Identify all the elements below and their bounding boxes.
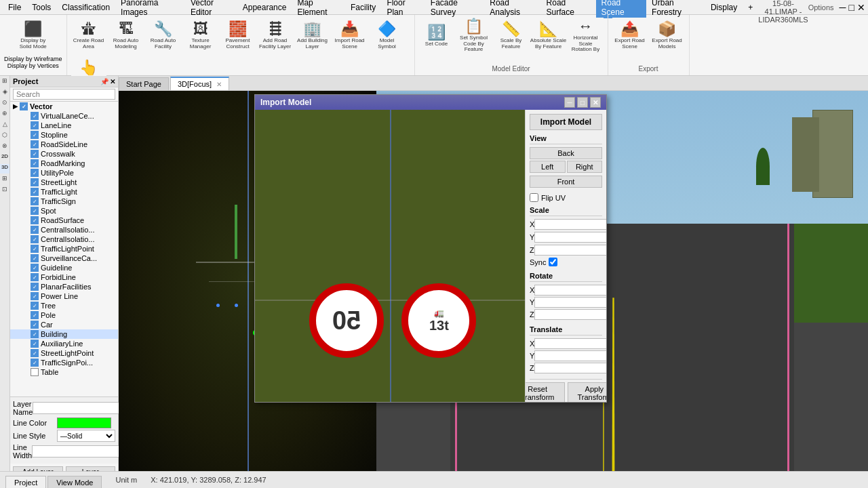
flip-uv-checkbox[interactable] — [530, 193, 538, 202]
display-solid-btn[interactable]: ⬛ Display bySolid Mode — [16, 18, 51, 54]
tree-item-guideline[interactable]: ✓Guideline — [10, 263, 118, 272]
menu-tools[interactable]: Tools — [26, 1, 56, 14]
tree-item-traffic-sign[interactable]: ✓TrafficSign — [10, 197, 118, 206]
item-checkbox[interactable]: ✓ — [31, 330, 39, 338]
view-left-btn[interactable]: Left — [530, 161, 566, 173]
item-checkbox[interactable]: ✓ — [31, 207, 39, 215]
menu-display[interactable]: Display — [705, 1, 743, 14]
tree-item-building[interactable]: ✓Building — [10, 329, 118, 339]
item-checkbox[interactable]: ✓ — [31, 178, 39, 186]
item-checkbox[interactable]: ✓ — [31, 197, 39, 205]
item-checkbox[interactable]: ✓ — [31, 245, 39, 253]
sidebar-icon-1[interactable]: ⊞ — [0, 77, 9, 87]
sidebar-icon-9[interactable]: ⊡ — [0, 186, 9, 195]
scale-z-input[interactable]: 1.000 — [534, 245, 606, 256]
item-checkbox[interactable]: ✓ — [31, 311, 39, 319]
reset-transform-btn[interactable]: Reset Transform — [525, 382, 565, 402]
sidebar-icon-6[interactable]: ⬡ — [0, 131, 9, 141]
tree-item-power-line[interactable]: ✓Power Line — [10, 291, 118, 301]
add-building-layer-btn[interactable]: 🏢 Add BuildingLayer — [295, 18, 330, 54]
tree-item-pole[interactable]: ✓Pole — [10, 310, 118, 320]
options-btn[interactable]: Options — [808, 3, 834, 12]
tree-item-car[interactable]: ✓Car — [10, 320, 118, 329]
item-checkbox[interactable]: ✓ — [31, 121, 39, 129]
tree-item-planar-facilities[interactable]: ✓PlanarFacilities — [10, 282, 118, 291]
translate-z-input[interactable]: 0.0000 — [534, 363, 606, 373]
sidebar-icon-8[interactable]: ⊞ — [0, 175, 9, 184]
item-checkbox[interactable] — [31, 368, 39, 376]
dialog-close-btn[interactable]: ✕ — [590, 97, 601, 108]
item-checkbox[interactable]: ✓ — [31, 283, 39, 291]
line-color-swatch[interactable] — [57, 418, 111, 428]
texture-manager-btn[interactable]: 🖼 TextureManager — [183, 18, 218, 54]
sidebar-icon-2d[interactable]: 2D — [0, 153, 9, 163]
horiz-scale-btn[interactable]: ↔ HorizontalScaleRotation By — [568, 18, 604, 54]
set-symbol-btn[interactable]: 📋 Set SymbolCode ByFeature — [456, 18, 492, 54]
rotate-z-input[interactable]: 0.0000 — [534, 309, 606, 320]
tree-item-forbid-line[interactable]: ✓ForbidLine — [10, 272, 118, 282]
panel-close-btn[interactable]: ✕ — [110, 78, 115, 85]
add-road-facility-btn[interactable]: 🛤 Add RoadFacility Layer — [258, 18, 293, 54]
menu-facility[interactable]: Facility — [345, 1, 381, 14]
apply-transform-btn[interactable]: Apply Transform — [568, 382, 607, 402]
display-vertices-btn[interactable]: Display by Vertices — [7, 62, 59, 69]
sidebar-icon-7[interactable]: ⊗ — [0, 142, 9, 152]
vector-checkbox[interactable]: ✓ — [20, 102, 28, 110]
item-checkbox[interactable]: ✓ — [31, 292, 39, 300]
tree-item-central-isolation2[interactable]: ✓CentralIsolatio... — [10, 235, 118, 244]
item-checkbox[interactable]: ✓ — [31, 359, 39, 367]
sidebar-icon-3[interactable]: ⊙ — [0, 99, 9, 108]
item-checkbox[interactable]: ✓ — [31, 349, 39, 357]
menu-appearance[interactable]: Appearance — [237, 1, 292, 14]
absolute-scale-btn[interactable]: 📐 Absolute ScaleBy Feature — [531, 18, 566, 54]
item-checkbox[interactable]: ✓ — [31, 302, 39, 310]
tree-item-lane-line[interactable]: ✓LaneLine — [10, 121, 118, 130]
set-code-btn[interactable]: 🔢 Set Code — [419, 18, 454, 54]
tree-item-auxiliary-line[interactable]: ✓AuxiliaryLine — [10, 339, 118, 348]
item-checkbox[interactable]: ✓ — [31, 159, 39, 167]
item-checkbox[interactable]: ✓ — [31, 169, 39, 177]
item-checkbox[interactable]: ✓ — [31, 273, 39, 281]
tree-item-road-marking[interactable]: ✓RoadMarking — [10, 159, 118, 168]
tree-item-crosswalk[interactable]: ✓Crosswalk — [10, 149, 118, 159]
view-back-btn[interactable]: Back — [530, 147, 602, 159]
item-checkbox[interactable]: ✓ — [31, 131, 39, 139]
translate-x-input[interactable]: 0.0000 — [534, 338, 606, 349]
item-checkbox[interactable]: ✓ — [31, 140, 39, 148]
sidebar-icon-2[interactable]: ◈ — [0, 88, 9, 98]
dialog-minimize-btn[interactable]: ─ — [564, 97, 575, 108]
item-checkbox[interactable]: ✓ — [31, 188, 39, 196]
create-road-area-btn[interactable]: 🛣 Create RoadArea — [71, 18, 106, 54]
line-style-select[interactable]: —Solid -- Dashed .. Dotted — [57, 430, 115, 442]
item-checkbox[interactable]: ✓ — [31, 321, 39, 329]
tree-item-traffic-sign-poi[interactable]: ✓TrafficSignPoi... — [10, 358, 118, 367]
menu-file[interactable]: File — [3, 1, 26, 14]
display-wireframe-btn[interactable]: Display by Wireframe — [4, 56, 62, 62]
menu-more[interactable]: + — [743, 1, 758, 14]
tree-item-street-light-point[interactable]: ✓StreetLightPoint — [10, 348, 118, 358]
project-tab[interactable]: Project — [5, 476, 46, 489]
layer-search-input[interactable] — [13, 89, 115, 100]
tree-item-surveillance-ca[interactable]: ✓SurveillanceCa... — [10, 253, 118, 263]
translate-y-input[interactable]: 0.0000 — [534, 350, 606, 361]
tree-item-utility-pole[interactable]: ✓UtilityPole — [10, 168, 118, 178]
item-checkbox[interactable]: ✓ — [31, 112, 39, 120]
import-road-scene-btn[interactable]: 📥 Import RoadScene — [332, 18, 368, 54]
close-btn[interactable]: ✕ — [857, 2, 865, 13]
sync-checkbox[interactable] — [549, 258, 557, 266]
tree-item-table[interactable]: Table — [10, 367, 118, 377]
item-checkbox[interactable]: ✓ — [31, 150, 39, 158]
item-checkbox[interactable]: ✓ — [31, 226, 39, 234]
sidebar-icon-4[interactable]: ⊕ — [0, 110, 9, 119]
tree-item-stopline[interactable]: ✓Stopline — [10, 130, 118, 140]
item-checkbox[interactable]: ✓ — [31, 235, 39, 243]
panel-pin-btn[interactable]: 📌 — [100, 78, 108, 85]
maximize-btn[interactable]: □ — [849, 2, 854, 13]
model-symbol-btn[interactable]: 🔷 ModelSymbol — [370, 18, 405, 54]
item-checkbox[interactable]: ✓ — [31, 264, 39, 272]
view-front-btn[interactable]: Front — [530, 176, 602, 188]
scale-y-input[interactable]: 1.000 — [534, 232, 606, 243]
item-checkbox[interactable]: ✓ — [31, 340, 39, 348]
tab-start-page[interactable]: Start Page — [119, 77, 169, 90]
tree-item-street-light[interactable]: ✓StreetLight — [10, 178, 118, 187]
